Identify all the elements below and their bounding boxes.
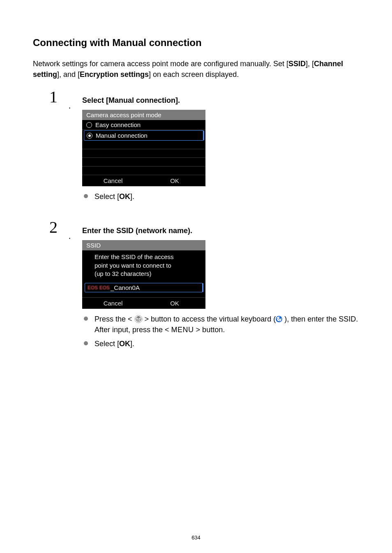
intro-bold-ssid: SSID [288, 60, 306, 68]
note-select-ok: Select [OK]. [82, 338, 359, 349]
note-bold-ok: OK [119, 192, 130, 201]
empty-row [82, 149, 205, 158]
ssid-instruction-line: point you want to connect to [95, 261, 193, 270]
svg-text:SET: SET [136, 319, 141, 321]
note-bold-ok: OK [119, 340, 130, 348]
note-text: > button. [194, 326, 225, 334]
option-label: Easy connection [95, 121, 141, 128]
empty-row [82, 158, 205, 167]
camera-screenshot-1: Camera access point mode Easy connection… [82, 110, 205, 186]
empty-row [82, 167, 205, 175]
step-number: 2 [49, 217, 58, 237]
ssid-input-field: EOS EOS_Canon0A [85, 283, 203, 292]
camshot-ok-button: OK [144, 298, 205, 309]
intro-text: Network settings for camera access point… [33, 60, 288, 68]
camshot-title: SSID [82, 240, 205, 250]
menu-button-glyph: MENU [171, 326, 194, 334]
step-number-dot: . [69, 101, 71, 111]
camshot-ok-button: OK [144, 175, 205, 186]
note-text: > button to access the virtual keyboard … [143, 315, 276, 323]
intro-text: ] on each screen displayed. [149, 70, 239, 79]
intro-text: ], and [ [57, 70, 80, 79]
set-button-icon: SET [134, 315, 143, 323]
step-1-heading: Select [Manual connection]. [82, 96, 359, 105]
camshot-button-bar: Cancel OK [82, 297, 205, 309]
note-select-ok: Select [OK]. [82, 191, 359, 202]
svg-point-3 [138, 317, 139, 318]
note-text: Select [ [95, 340, 119, 348]
note-text: Select [ [95, 192, 119, 201]
radio-unselected-icon [86, 122, 92, 128]
option-label: Manual connection [96, 132, 148, 139]
ssid-instruction: Enter the SSID of the access point you w… [82, 250, 205, 283]
ssid-value: _Canon0A [111, 284, 140, 291]
radio-selected-icon [87, 133, 92, 139]
ssid-instruction-line: Enter the SSID of the access [95, 253, 193, 261]
option-easy-connection: Easy connection [82, 120, 205, 130]
empty-row [82, 141, 205, 149]
note-text: Press the < [95, 315, 134, 323]
option-manual-connection: Manual connection [84, 130, 204, 141]
step-2-notes: Press the < SET > button to access the v… [82, 314, 359, 349]
cross-ref-link-icon[interactable] [276, 315, 282, 321]
step-number-dot: . [69, 231, 71, 241]
step-2-heading: Enter the SSID (network name). [82, 227, 359, 235]
step-1-notes: Select [OK]. [82, 191, 359, 202]
steps-list: 1 . Select [Manual connection]. Camera a… [33, 96, 359, 349]
camshot-button-bar: Cancel OK [82, 175, 205, 186]
camshot-title: Camera access point mode [82, 110, 205, 120]
camera-screenshot-2: SSID Enter the SSID of the access point … [82, 240, 205, 309]
intro-bold-encryption: Encryption settings [80, 70, 149, 79]
note-text: ]. [130, 340, 134, 348]
ssid-redacted-prefix: EOS EOS [88, 285, 110, 291]
note-text: ]. [130, 192, 134, 201]
note-press-set: Press the < SET > button to access the v… [82, 314, 359, 335]
page: Connecting with Manual connection Networ… [0, 0, 392, 553]
camshot-cancel-button: Cancel [82, 298, 144, 309]
intro-paragraph: Network settings for camera access point… [33, 58, 359, 80]
ssid-instruction-line: (up to 32 characters) [95, 270, 193, 278]
step-2: 2 . Enter the SSID (network name). SSID … [70, 227, 359, 349]
step-number: 1 [49, 87, 58, 106]
camshot-cancel-button: Cancel [82, 175, 144, 186]
step-1: 1 . Select [Manual connection]. Camera a… [70, 96, 359, 202]
page-title: Connecting with Manual connection [33, 37, 359, 49]
page-number: 634 [0, 534, 392, 541]
intro-text: ], [ [306, 60, 314, 68]
